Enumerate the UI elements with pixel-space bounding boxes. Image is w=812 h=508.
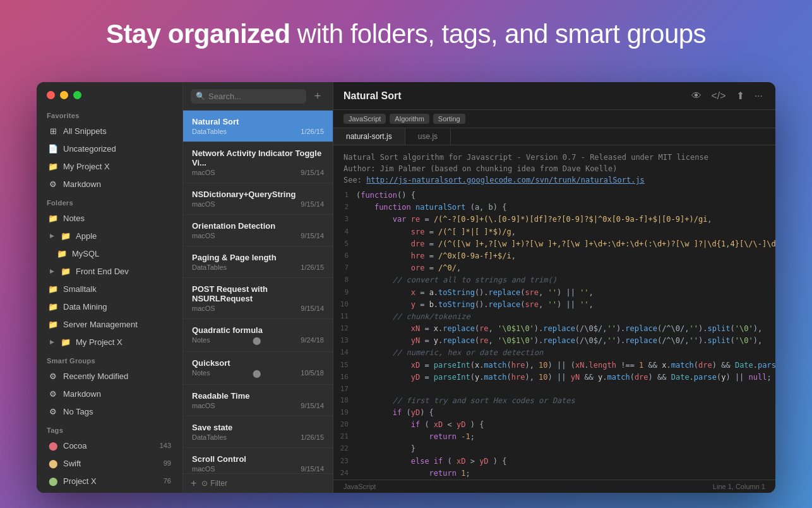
share-button[interactable]: ⬆ xyxy=(734,87,747,104)
snippet-item-save-state[interactable]: Save stateDataTables1/26/15 xyxy=(183,416,333,448)
snippet-date: 9/15/14 xyxy=(301,465,324,473)
snippet-date: 9/15/14 xyxy=(301,232,324,239)
sidebar-item-swift[interactable]: ⬤ Swift 99 xyxy=(40,455,179,471)
sidebar-item-my-project-x2[interactable]: ▶ 📁 My Project X xyxy=(40,334,179,350)
comment-line-1: Natural Sort algorithm for Javascript - … xyxy=(343,152,765,163)
snippets-panel: 🔍 + Natural SortDataTables1/26/15Network… xyxy=(183,82,333,493)
folder-icon: 📁 xyxy=(57,248,67,258)
sidebar-item-markdown-sg[interactable]: ⚙ Markdown xyxy=(40,385,179,402)
sidebar-item-uncategorized[interactable]: 📄 Uncategorized xyxy=(40,140,179,157)
grid-icon: ⊞ xyxy=(48,126,58,136)
snippet-title: Network Activity Indicator Toggle Vi... xyxy=(192,148,324,167)
sidebar-item-apple[interactable]: ▶ 📁 Apple xyxy=(40,227,179,244)
snippet-meta: Notes⬤10/5/18 xyxy=(192,369,324,378)
snippets-list: Natural SortDataTables1/26/15Network Act… xyxy=(183,111,333,473)
add-snippet-button[interactable]: + xyxy=(310,88,325,104)
snippet-item-quadratic[interactable]: Quadratic formulaNotes⬤9/24/18 xyxy=(183,319,333,352)
snippet-meta: macOS9/15/14 xyxy=(192,232,324,239)
search-box[interactable]: 🔍 xyxy=(191,89,306,104)
sidebar-item-data-mining[interactable]: 📁 Data Mining xyxy=(40,298,179,315)
snippet-meta: DataTables1/26/15 xyxy=(192,128,324,135)
snippet-meta: Notes⬤9/24/18 xyxy=(192,336,324,345)
editor-title: Natural Sort xyxy=(343,90,684,102)
snippet-item-readable-time[interactable]: Readable TimemacOS9/15/14 xyxy=(183,385,333,416)
sidebar-item-project-x[interactable]: ⬤ Project X 76 xyxy=(40,473,179,489)
sidebar-item-markdown[interactable]: ⚙ Markdown xyxy=(40,176,179,192)
code-line: 4 sre = /(^[ ]*|[ ]*$)/g, xyxy=(333,226,775,238)
snippet-meta: macOS9/15/14 xyxy=(192,200,324,208)
code-line: 13 yN = y.replace(re, '\0$1\0').replace(… xyxy=(333,335,775,347)
sidebar-item-label: Notes xyxy=(63,214,85,223)
code-line: 8 // convert all to strings and trim() xyxy=(333,274,775,286)
folder-icon: 📁 xyxy=(61,337,71,347)
sidebar-item-blog[interactable]: ⬤ Blog 48 xyxy=(40,490,179,493)
sidebar-item-recently-modified[interactable]: ⚙ Recently Modified xyxy=(40,368,179,384)
github-icon: ⬤ xyxy=(253,369,261,378)
filter-button[interactable]: ⊙ Filter xyxy=(201,479,227,488)
sidebar-item-mysql[interactable]: 📁 MySQL xyxy=(40,245,179,262)
snippet-item-natural-sort[interactable]: Natural SortDataTables1/26/15 xyxy=(183,111,333,142)
code-line: 10 y = b.toString().replace(sre, '') || … xyxy=(333,299,775,311)
github-icon: ⬤ xyxy=(253,336,261,345)
snippet-item-quicksort[interactable]: QuicksortNotes⬤10/5/18 xyxy=(183,352,333,385)
sidebar-item-label: Project X xyxy=(63,476,97,486)
snippet-item-orientation[interactable]: Orientation DetectionmacOS9/15/14 xyxy=(183,215,333,246)
sidebar-item-cocoa[interactable]: ⬤ Cocoa 143 xyxy=(40,437,179,454)
maximize-button[interactable] xyxy=(73,91,81,99)
filter-icon: ⊙ xyxy=(201,479,208,488)
sidebar-item-all-snippets[interactable]: ⊞ All Snippets xyxy=(40,123,179,139)
code-area: Natural Sort algorithm for Javascript - … xyxy=(333,145,775,480)
folder-icon: 📁 xyxy=(48,301,58,311)
more-button[interactable]: ··· xyxy=(752,88,765,104)
smart-icon: ⚙ xyxy=(48,389,58,399)
sidebar-item-label: Front End Dev xyxy=(76,267,129,276)
chevron-right-icon: ▶ xyxy=(48,339,56,345)
tag-sorting[interactable]: Sorting xyxy=(433,114,465,124)
sidebar-item-label: Server Management xyxy=(63,320,138,329)
snippet-item-network-activity[interactable]: Network Activity Indicator Toggle Vi...m… xyxy=(183,142,333,183)
sidebar-item-label: Uncategorized xyxy=(63,144,116,154)
code-button[interactable]: </> xyxy=(709,88,729,104)
snippet-source: DataTables xyxy=(192,433,227,441)
snippet-source: macOS xyxy=(192,465,215,473)
sidebar-item-server-management[interactable]: 📁 Server Management xyxy=(40,316,179,332)
sidebar-item-my-project-x[interactable]: 📁 My Project X xyxy=(40,158,179,174)
editor-tags: JavaScript Algorithm Sorting xyxy=(333,110,775,128)
code-lines: 1(function() { 2 function naturalSort (a… xyxy=(333,190,775,480)
search-input[interactable] xyxy=(208,92,301,101)
snippet-item-post-request[interactable]: POST Request with NSURLRequestmacOS9/15/… xyxy=(183,278,333,319)
snippet-item-scroll-control[interactable]: Scroll ControlmacOS9/15/14 xyxy=(183,448,333,473)
snippet-date: 9/15/14 xyxy=(301,402,324,409)
snippet-date: 10/5/18 xyxy=(301,369,324,378)
sidebar-item-smalltalk[interactable]: 📁 Smalltalk xyxy=(40,281,179,297)
comment-link[interactable]: http://js-naturalsort.googlecode.com/svn… xyxy=(366,176,645,184)
sidebar-item-label: Data Mining xyxy=(63,302,107,311)
minimize-button[interactable] xyxy=(60,91,68,99)
snippet-source: macOS xyxy=(192,232,215,239)
snippet-meta: macOS9/15/14 xyxy=(192,465,324,473)
sidebar-item-front-end-dev[interactable]: ▶ 📁 Front End Dev xyxy=(40,263,179,279)
tab-natural-sort-js[interactable]: natural-sort.js xyxy=(333,128,405,145)
hero-bold: Stay organized xyxy=(106,19,290,49)
sidebar-item-label: Recently Modified xyxy=(63,372,128,381)
preview-button[interactable]: 👁 xyxy=(689,88,704,104)
window-controls xyxy=(37,82,182,106)
smart-icon: ⚙ xyxy=(48,371,58,381)
editor-status-bar: JavaScript Line 1, Column 1 xyxy=(333,480,775,493)
filter-label: Filter xyxy=(210,479,227,488)
code-line: 16 yD = parseInt(y.match(hre), 10) || yN… xyxy=(333,372,775,384)
tag-icon: ⬤ xyxy=(48,458,58,468)
tag-algorithm[interactable]: Algorithm xyxy=(390,114,429,124)
snippet-item-paging[interactable]: Paging & Page lengthDataTables1/26/15 xyxy=(183,246,333,278)
code-line: 14 // numeric, hex or date detection xyxy=(333,347,775,359)
close-button[interactable] xyxy=(47,91,55,99)
code-line: 19 if (yD) { xyxy=(333,407,775,419)
sidebar-item-notes[interactable]: 📁 Notes xyxy=(40,210,179,226)
tab-use-js[interactable]: use.js xyxy=(405,128,451,145)
add-item-button[interactable]: + xyxy=(191,478,196,489)
snippet-source: macOS xyxy=(192,200,215,208)
snippet-item-nsdictionary[interactable]: NSDictionary+QueryStringmacOS9/15/14 xyxy=(183,183,333,215)
tag-javascript[interactable]: JavaScript xyxy=(343,114,386,124)
sidebar-item-no-tags[interactable]: ⚙ No Tags xyxy=(40,403,179,420)
folder-icon: 📁 xyxy=(48,161,58,171)
